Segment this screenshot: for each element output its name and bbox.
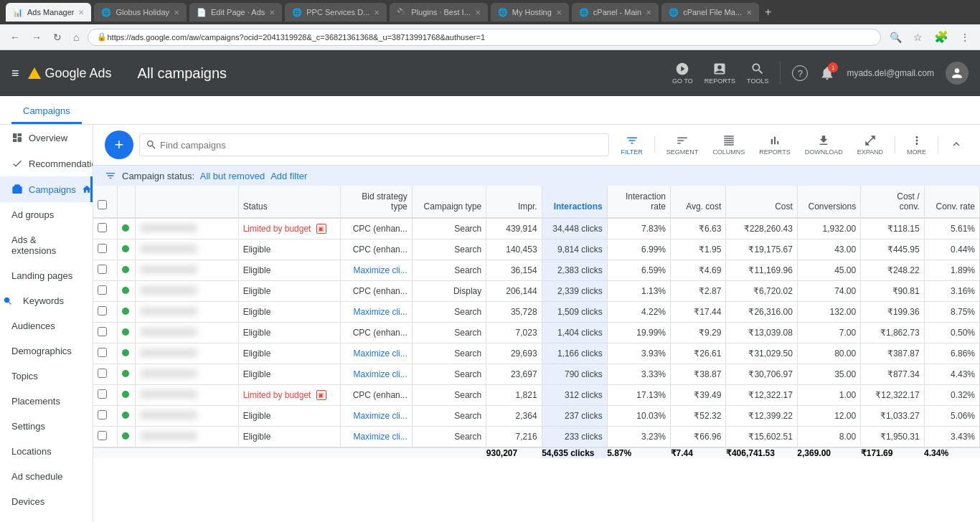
tools-button[interactable]: TOOLS bbox=[747, 62, 768, 85]
row-checkbox[interactable] bbox=[98, 369, 107, 378]
row-checkbox[interactable] bbox=[98, 223, 107, 232]
bid-strategy-link[interactable]: Maximize cli... bbox=[353, 307, 407, 317]
tab-cpanel-file[interactable]: 🌐 cPanel File Ma... ✕ bbox=[661, 3, 759, 22]
segment-button[interactable]: SEGMENT bbox=[661, 131, 705, 158]
tab-globus[interactable]: 🌐 Globus Holiday ✕ bbox=[94, 3, 187, 22]
search-input[interactable] bbox=[160, 140, 603, 151]
forward-button[interactable]: → bbox=[29, 29, 44, 46]
close-tab-icon[interactable]: ✕ bbox=[475, 9, 481, 16]
row-bid-strategy-cell[interactable]: Maximize cli... bbox=[341, 260, 412, 281]
row-name-cell[interactable] bbox=[136, 260, 239, 281]
row-checkbox-cell[interactable] bbox=[93, 302, 117, 323]
reports-button[interactable]: REPORTS bbox=[705, 62, 735, 85]
row-checkbox-cell[interactable] bbox=[93, 239, 117, 260]
row-name-cell[interactable] bbox=[136, 323, 239, 343]
tab-my-hosting[interactable]: 🌐 My Hosting ✕ bbox=[491, 3, 569, 22]
download-button[interactable]: DOWNLOAD bbox=[799, 131, 849, 158]
add-campaign-button[interactable]: + bbox=[105, 130, 133, 159]
sidebar-item-demographics[interactable]: Demographics bbox=[0, 338, 93, 364]
row-checkbox-cell[interactable] bbox=[93, 364, 117, 385]
bid-strategy-link[interactable]: Maximize cli... bbox=[353, 432, 407, 442]
row-name-cell[interactable] bbox=[136, 302, 239, 323]
user-avatar[interactable] bbox=[946, 62, 969, 85]
goto-button[interactable]: GO TO bbox=[672, 62, 693, 85]
menu-icon[interactable]: ⋮ bbox=[957, 29, 973, 46]
row-checkbox-cell[interactable] bbox=[93, 281, 117, 302]
row-checkbox[interactable] bbox=[98, 431, 107, 440]
row-name-cell[interactable] bbox=[136, 281, 239, 302]
add-filter-link[interactable]: Add filter bbox=[270, 171, 307, 181]
more-button[interactable]: MORE bbox=[901, 131, 932, 158]
reports-action-button[interactable]: REPORTS bbox=[753, 131, 796, 158]
row-checkbox-cell[interactable] bbox=[93, 343, 117, 364]
limited-budget-icon[interactable]: ▣ bbox=[316, 224, 326, 234]
sidebar-item-settings[interactable]: Settings bbox=[0, 414, 93, 439]
row-checkbox[interactable] bbox=[98, 410, 107, 419]
select-all-checkbox[interactable] bbox=[98, 200, 107, 209]
col-campaign-type[interactable]: Campaign type bbox=[412, 186, 486, 218]
col-name[interactable] bbox=[136, 186, 239, 218]
close-tab-icon[interactable]: ✕ bbox=[646, 9, 651, 16]
sidebar-item-audiences[interactable]: Audiences bbox=[0, 313, 93, 338]
col-bid-strategy[interactable]: Bid strategytype bbox=[341, 186, 412, 218]
row-bid-strategy-cell[interactable]: Maximize cli... bbox=[341, 406, 412, 427]
tab-cpanel[interactable]: 🌐 cPanel - Main ✕ bbox=[572, 3, 659, 22]
row-bid-strategy-cell[interactable]: Maximize cli... bbox=[341, 302, 412, 323]
columns-button[interactable]: COLUMNS bbox=[707, 131, 750, 158]
row-checkbox[interactable] bbox=[98, 265, 107, 274]
sidebar-item-placements[interactable]: Placements bbox=[0, 389, 93, 414]
url-bar[interactable]: 🔒 https://ads.google.com/aw/campaigns?oc… bbox=[88, 29, 881, 46]
sidebar-item-recommendations[interactable]: Recommendations bbox=[0, 151, 93, 176]
home-button[interactable]: ⌂ bbox=[70, 29, 82, 46]
row-name-cell[interactable] bbox=[136, 239, 239, 260]
bid-strategy-link[interactable]: Maximize cli... bbox=[353, 265, 407, 275]
row-checkbox[interactable] bbox=[98, 285, 107, 295]
row-checkbox-cell[interactable] bbox=[93, 323, 117, 343]
col-cost-conv[interactable]: Cost /conv. bbox=[861, 186, 924, 218]
tab-ads-manager[interactable]: 📊 Ads Manager ✕ bbox=[6, 3, 91, 22]
row-name-cell[interactable] bbox=[136, 218, 239, 239]
col-interactions[interactable]: Interactions bbox=[542, 186, 607, 218]
col-impr[interactable]: Impr. bbox=[486, 186, 542, 218]
filter-status-value[interactable]: All but removed bbox=[200, 171, 265, 181]
back-button[interactable]: ← bbox=[7, 29, 23, 46]
sidebar-item-ads-extensions[interactable]: Ads & extensions bbox=[0, 227, 93, 263]
row-name-cell[interactable] bbox=[136, 427, 239, 448]
search-nav-icon[interactable]: 🔍 bbox=[887, 29, 905, 46]
bid-strategy-link[interactable]: Maximize cli... bbox=[353, 348, 407, 359]
row-checkbox-cell[interactable] bbox=[93, 427, 117, 448]
sidebar-item-ad-groups[interactable]: Ad groups bbox=[0, 202, 93, 227]
close-tab-icon[interactable]: ✕ bbox=[556, 9, 562, 16]
hamburger-menu-icon[interactable]: ≡ bbox=[11, 66, 19, 81]
bid-strategy-link[interactable]: Maximize cli... bbox=[353, 411, 407, 421]
close-tab-icon[interactable]: ✕ bbox=[374, 9, 380, 16]
reload-button[interactable]: ↻ bbox=[50, 29, 65, 46]
close-tab-icon[interactable]: ✕ bbox=[746, 9, 752, 16]
row-checkbox-cell[interactable] bbox=[93, 260, 117, 281]
extensions-icon[interactable]: 🧩 bbox=[931, 27, 951, 47]
sidebar-item-topics[interactable]: Topics bbox=[0, 364, 93, 389]
col-interaction-rate[interactable]: Interactionrate bbox=[607, 186, 670, 218]
sidebar-item-locations[interactable]: Locations bbox=[0, 439, 93, 464]
row-bid-strategy-cell[interactable]: Maximize cli... bbox=[341, 427, 412, 448]
row-checkbox[interactable] bbox=[98, 244, 107, 253]
sidebar-item-landing-pages[interactable]: Landing pages bbox=[0, 263, 93, 288]
new-tab-button[interactable]: + bbox=[762, 3, 774, 22]
sidebar-item-ad-schedule[interactable]: Ad schedule bbox=[0, 464, 93, 489]
col-select[interactable] bbox=[93, 186, 117, 218]
row-checkbox-cell[interactable] bbox=[93, 406, 117, 427]
sidebar-item-keywords[interactable]: Keywords bbox=[0, 288, 93, 313]
col-conv-rate[interactable]: Conv. rate bbox=[924, 186, 979, 218]
row-checkbox[interactable] bbox=[98, 348, 107, 357]
close-tab-icon[interactable]: ✕ bbox=[78, 9, 84, 16]
col-conversions[interactable]: Conversions bbox=[797, 186, 860, 218]
col-status[interactable]: Status bbox=[238, 186, 341, 218]
limited-budget-icon[interactable]: ▣ bbox=[316, 390, 326, 400]
tab-plugins[interactable]: 🔌 Plugins · Best I... ✕ bbox=[390, 3, 488, 22]
row-checkbox[interactable] bbox=[98, 306, 107, 315]
row-checkbox-cell[interactable] bbox=[93, 385, 117, 406]
bookmark-star-icon[interactable]: ☆ bbox=[910, 29, 925, 46]
close-tab-icon[interactable]: ✕ bbox=[269, 9, 275, 16]
expand-button[interactable]: EXPAND bbox=[852, 131, 889, 158]
notification-wrapper[interactable]: 1 bbox=[819, 65, 835, 81]
